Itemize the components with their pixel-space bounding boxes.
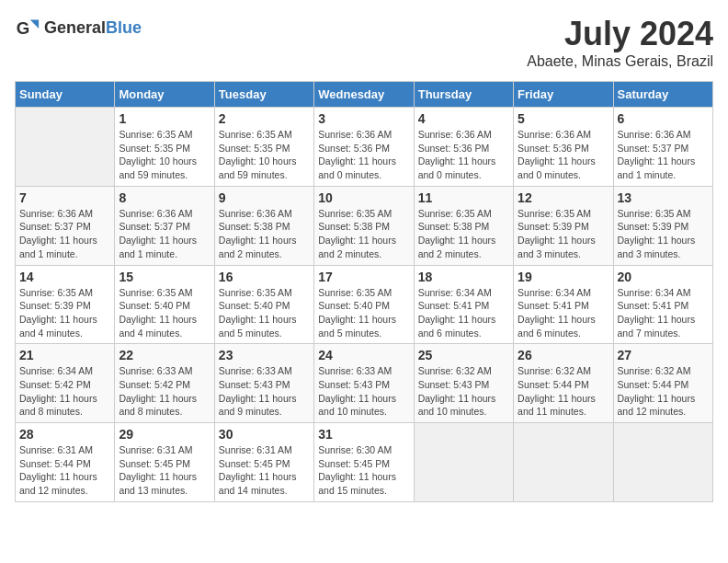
day-cell: 10Sunrise: 6:35 AM Sunset: 5:38 PM Dayli…	[314, 186, 414, 265]
day-number: 30	[219, 427, 310, 442]
day-cell: 23Sunrise: 6:33 AM Sunset: 5:43 PM Dayli…	[214, 344, 313, 423]
day-cell: 2Sunrise: 6:35 AM Sunset: 5:35 PM Daylig…	[214, 108, 313, 187]
day-number: 23	[219, 348, 310, 362]
day-number: 28	[19, 427, 110, 442]
day-info: Sunrise: 6:31 AM Sunset: 5:45 PM Dayligh…	[219, 443, 310, 498]
day-info: Sunrise: 6:32 AM Sunset: 5:44 PM Dayligh…	[518, 364, 609, 419]
day-cell: 27Sunrise: 6:32 AM Sunset: 5:44 PM Dayli…	[613, 344, 712, 423]
day-cell: 3Sunrise: 6:36 AM Sunset: 5:36 PM Daylig…	[314, 108, 414, 187]
day-info: Sunrise: 6:36 AM Sunset: 5:37 PM Dayligh…	[19, 207, 110, 261]
day-cell: 20Sunrise: 6:34 AM Sunset: 5:41 PM Dayli…	[613, 265, 712, 344]
day-cell: 6Sunrise: 6:36 AM Sunset: 5:37 PM Daylig…	[613, 108, 712, 187]
day-cell: 26Sunrise: 6:32 AM Sunset: 5:44 PM Dayli…	[514, 344, 613, 423]
day-number: 6	[618, 111, 709, 126]
svg-marker-1	[30, 20, 39, 29]
day-info: Sunrise: 6:32 AM Sunset: 5:43 PM Dayligh…	[418, 364, 509, 419]
day-cell: 25Sunrise: 6:32 AM Sunset: 5:43 PM Dayli…	[414, 344, 513, 423]
day-info: Sunrise: 6:33 AM Sunset: 5:43 PM Dayligh…	[219, 364, 310, 419]
calendar-body: 1Sunrise: 6:35 AM Sunset: 5:35 PM Daylig…	[16, 108, 713, 502]
day-number: 31	[318, 427, 409, 442]
day-info: Sunrise: 6:34 AM Sunset: 5:42 PM Dayligh…	[19, 364, 110, 419]
calendar-table: SundayMondayTuesdayWednesdayThursdayFrid…	[15, 81, 713, 502]
day-cell: 8Sunrise: 6:36 AM Sunset: 5:37 PM Daylig…	[115, 186, 214, 265]
day-number: 13	[618, 190, 709, 205]
day-cell: 24Sunrise: 6:33 AM Sunset: 5:43 PM Dayli…	[314, 344, 414, 423]
day-cell: 19Sunrise: 6:34 AM Sunset: 5:41 PM Dayli…	[514, 265, 613, 344]
day-cell: 12Sunrise: 6:35 AM Sunset: 5:39 PM Dayli…	[514, 186, 613, 265]
day-cell: 7Sunrise: 6:36 AM Sunset: 5:37 PM Daylig…	[16, 186, 115, 265]
page-header: G GeneralBlue July 2024 Abaete, Minas Ge…	[15, 15, 713, 70]
day-number: 22	[119, 348, 210, 362]
day-number: 7	[19, 190, 110, 205]
day-cell: 15Sunrise: 6:35 AM Sunset: 5:40 PM Dayli…	[115, 265, 214, 344]
title-area: July 2024 Abaete, Minas Gerais, Brazil	[527, 15, 713, 70]
logo: G GeneralBlue	[15, 15, 142, 40]
header-sunday: Sunday	[16, 82, 115, 108]
day-info: Sunrise: 6:35 AM Sunset: 5:39 PM Dayligh…	[19, 286, 110, 340]
logo-blue: Blue	[106, 18, 142, 37]
day-info: Sunrise: 6:36 AM Sunset: 5:36 PM Dayligh…	[318, 128, 409, 182]
day-number: 19	[518, 270, 609, 284]
week-row-3: 14Sunrise: 6:35 AM Sunset: 5:39 PM Dayli…	[16, 265, 713, 344]
day-number: 12	[518, 190, 609, 205]
header-thursday: Thursday	[414, 82, 513, 108]
day-number: 25	[418, 348, 509, 362]
day-number: 2	[219, 111, 310, 126]
day-info: Sunrise: 6:35 AM Sunset: 5:40 PM Dayligh…	[219, 286, 310, 340]
day-info: Sunrise: 6:35 AM Sunset: 5:35 PM Dayligh…	[119, 128, 210, 182]
day-info: Sunrise: 6:36 AM Sunset: 5:36 PM Dayligh…	[518, 128, 609, 182]
day-info: Sunrise: 6:35 AM Sunset: 5:38 PM Dayligh…	[318, 207, 409, 261]
header-friday: Friday	[514, 82, 613, 108]
day-cell: 13Sunrise: 6:35 AM Sunset: 5:39 PM Dayli…	[613, 186, 712, 265]
day-cell: 1Sunrise: 6:35 AM Sunset: 5:35 PM Daylig…	[115, 108, 214, 187]
day-info: Sunrise: 6:34 AM Sunset: 5:41 PM Dayligh…	[418, 286, 509, 340]
day-cell: 28Sunrise: 6:31 AM Sunset: 5:44 PM Dayli…	[16, 423, 115, 502]
day-cell: 5Sunrise: 6:36 AM Sunset: 5:36 PM Daylig…	[514, 108, 613, 187]
day-number: 16	[219, 270, 310, 284]
day-info: Sunrise: 6:31 AM Sunset: 5:45 PM Dayligh…	[119, 443, 210, 498]
calendar-subtitle: Abaete, Minas Gerais, Brazil	[527, 53, 713, 70]
day-cell	[514, 423, 613, 502]
day-info: Sunrise: 6:36 AM Sunset: 5:36 PM Dayligh…	[418, 128, 509, 182]
day-number: 20	[618, 270, 709, 284]
logo-icon: G	[15, 15, 40, 40]
day-number: 4	[418, 111, 509, 126]
calendar-header-row: SundayMondayTuesdayWednesdayThursdayFrid…	[16, 82, 713, 108]
logo-general: General	[44, 18, 106, 37]
day-number: 3	[318, 111, 409, 126]
header-monday: Monday	[115, 82, 214, 108]
day-number: 26	[518, 348, 609, 362]
day-info: Sunrise: 6:35 AM Sunset: 5:40 PM Dayligh…	[119, 286, 210, 340]
day-info: Sunrise: 6:35 AM Sunset: 5:35 PM Dayligh…	[219, 128, 310, 182]
day-cell: 9Sunrise: 6:36 AM Sunset: 5:38 PM Daylig…	[214, 186, 313, 265]
header-tuesday: Tuesday	[214, 82, 313, 108]
day-cell	[16, 108, 115, 187]
day-cell: 11Sunrise: 6:35 AM Sunset: 5:38 PM Dayli…	[414, 186, 513, 265]
day-cell	[414, 423, 513, 502]
header-wednesday: Wednesday	[314, 82, 414, 108]
day-info: Sunrise: 6:34 AM Sunset: 5:41 PM Dayligh…	[618, 286, 709, 340]
day-cell: 30Sunrise: 6:31 AM Sunset: 5:45 PM Dayli…	[214, 423, 313, 502]
day-cell: 21Sunrise: 6:34 AM Sunset: 5:42 PM Dayli…	[16, 344, 115, 423]
day-number: 15	[119, 270, 210, 284]
week-row-4: 21Sunrise: 6:34 AM Sunset: 5:42 PM Dayli…	[16, 344, 713, 423]
day-info: Sunrise: 6:30 AM Sunset: 5:45 PM Dayligh…	[318, 443, 409, 498]
day-number: 5	[518, 111, 609, 126]
day-cell: 29Sunrise: 6:31 AM Sunset: 5:45 PM Dayli…	[115, 423, 214, 502]
day-info: Sunrise: 6:35 AM Sunset: 5:39 PM Dayligh…	[618, 207, 709, 261]
day-number: 24	[318, 348, 409, 362]
day-info: Sunrise: 6:35 AM Sunset: 5:40 PM Dayligh…	[318, 286, 409, 340]
week-row-2: 7Sunrise: 6:36 AM Sunset: 5:37 PM Daylig…	[16, 186, 713, 265]
week-row-1: 1Sunrise: 6:35 AM Sunset: 5:35 PM Daylig…	[16, 108, 713, 187]
day-number: 14	[19, 270, 110, 284]
day-info: Sunrise: 6:36 AM Sunset: 5:37 PM Dayligh…	[119, 207, 210, 261]
day-cell: 31Sunrise: 6:30 AM Sunset: 5:45 PM Dayli…	[314, 423, 414, 502]
day-info: Sunrise: 6:35 AM Sunset: 5:39 PM Dayligh…	[518, 207, 609, 261]
day-info: Sunrise: 6:31 AM Sunset: 5:44 PM Dayligh…	[19, 443, 110, 498]
day-cell: 22Sunrise: 6:33 AM Sunset: 5:42 PM Dayli…	[115, 344, 214, 423]
day-number: 21	[19, 348, 110, 362]
day-number: 27	[618, 348, 709, 362]
day-info: Sunrise: 6:36 AM Sunset: 5:38 PM Dayligh…	[219, 207, 310, 261]
header-saturday: Saturday	[613, 82, 712, 108]
day-number: 1	[119, 111, 210, 126]
